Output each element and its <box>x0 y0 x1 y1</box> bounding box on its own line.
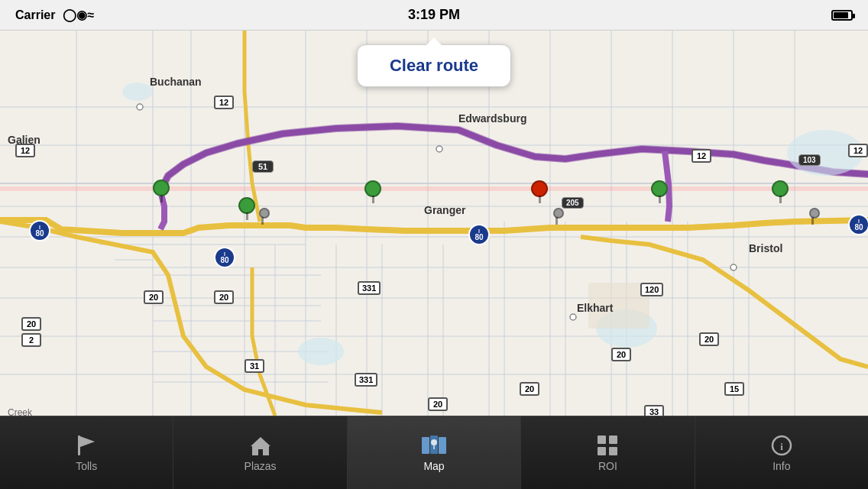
tab-map-label: Map <box>423 460 444 472</box>
svg-text:Edwardsburg: Edwardsburg <box>458 112 526 125</box>
svg-point-62 <box>431 439 437 445</box>
svg-rect-64 <box>598 436 606 444</box>
svg-text:Buchanan: Buchanan <box>150 76 202 88</box>
shield-15: 15 <box>724 382 744 396</box>
status-left: Carrier ◯◉≈ <box>15 8 94 22</box>
svg-rect-59 <box>422 437 429 454</box>
shield-20-sw3: 20 <box>214 290 234 304</box>
shield-i80-east-label: I 80 <box>214 247 235 268</box>
map-icon <box>420 434 448 457</box>
shield-20-center: 20 <box>611 348 631 361</box>
svg-point-52 <box>137 104 143 110</box>
svg-rect-65 <box>609 436 617 444</box>
shield-12-top: 12 <box>214 96 234 109</box>
svg-text:Granger: Granger <box>424 204 466 216</box>
map-pin-gray-1[interactable] <box>256 205 274 229</box>
svg-text:i: i <box>780 441 783 452</box>
tab-tolls[interactable]: Tolls <box>0 416 173 489</box>
svg-rect-61 <box>439 437 446 454</box>
shield-331-s: 331 <box>355 373 377 387</box>
map-background: Buchanan Edwardsburg Galien Granger Bris… <box>0 31 868 416</box>
map-pin-green-3[interactable] <box>364 180 383 205</box>
map-pin-gray-2[interactable] <box>550 205 568 229</box>
tab-plazas-label: Plazas <box>245 460 277 472</box>
shield-51: 51 <box>252 160 274 173</box>
svg-text:Elkhart: Elkhart <box>577 302 614 314</box>
status-right <box>831 10 853 21</box>
tab-roi-label: ROI <box>598 460 617 472</box>
status-bar: Carrier ◯◉≈ 3:19 PM <box>0 0 868 31</box>
shield-12-ne: 12 <box>691 149 711 163</box>
map-pin-green-5[interactable] <box>772 180 790 205</box>
shield-i80-center: I 80 <box>468 224 490 245</box>
tab-info[interactable]: i Info <box>695 416 868 489</box>
svg-rect-66 <box>598 447 606 455</box>
shield-31: 31 <box>245 359 264 373</box>
map-pin-green-2[interactable] <box>238 197 257 222</box>
clear-route-button[interactable]: Clear route <box>357 44 511 87</box>
svg-point-55 <box>730 264 737 270</box>
carrier-label: Carrier <box>15 8 55 22</box>
shield-20-sw2: 20 <box>144 290 164 304</box>
wifi-icon: ◯◉≈ <box>63 8 94 22</box>
tab-tolls-label: Tolls <box>76 460 97 472</box>
status-time: 3:19 PM <box>408 7 460 23</box>
svg-point-41 <box>298 338 344 365</box>
map-pin-green-4[interactable] <box>651 180 669 205</box>
shield-20-sw1: 20 <box>21 317 41 331</box>
map-pin-green-1[interactable] <box>153 180 171 204</box>
tab-plazas[interactable]: Plazas <box>173 416 347 489</box>
shield-331-n: 331 <box>358 281 381 295</box>
shield-20-ne: 20 <box>699 332 719 346</box>
svg-marker-58 <box>251 437 270 455</box>
map-pin-gray-3[interactable] <box>806 205 824 229</box>
shield-2: 2 <box>21 333 41 347</box>
grid-icon <box>596 434 619 457</box>
tab-bar: Tolls Plazas Map ROI <box>0 416 868 489</box>
shield-103: 103 <box>798 154 821 166</box>
tab-info-label: Info <box>772 460 790 472</box>
shield-20-se1: 20 <box>520 382 539 396</box>
svg-text:Creek: Creek <box>8 407 33 416</box>
svg-text:Bristol: Bristol <box>749 242 782 254</box>
svg-point-53 <box>436 146 442 152</box>
shield-12-nw: 12 <box>15 144 35 157</box>
svg-rect-67 <box>609 447 617 455</box>
shield-i80-far-east: I 80 <box>848 214 868 235</box>
map-area[interactable]: Buchanan Edwardsburg Galien Granger Bris… <box>0 31 868 416</box>
shield-20-se2: 20 <box>428 397 448 411</box>
shield-33: 33 <box>644 405 664 416</box>
svg-marker-57 <box>80 436 95 447</box>
svg-point-54 <box>570 314 576 320</box>
shield-i80-west: I 80 <box>29 220 50 241</box>
shield-120: 120 <box>640 283 663 296</box>
flag-icon <box>75 434 98 457</box>
map-pin-red-1[interactable] <box>531 180 549 205</box>
svg-rect-56 <box>78 436 80 455</box>
battery-icon <box>831 10 853 21</box>
info-circle-icon: i <box>770 434 793 457</box>
house-icon <box>249 434 272 457</box>
svg-point-43 <box>122 83 153 101</box>
shield-12-far-ne: 12 <box>848 144 868 157</box>
tab-roi[interactable]: ROI <box>521 416 695 489</box>
svg-rect-39 <box>0 186 868 191</box>
tab-map[interactable]: Map <box>348 416 521 489</box>
